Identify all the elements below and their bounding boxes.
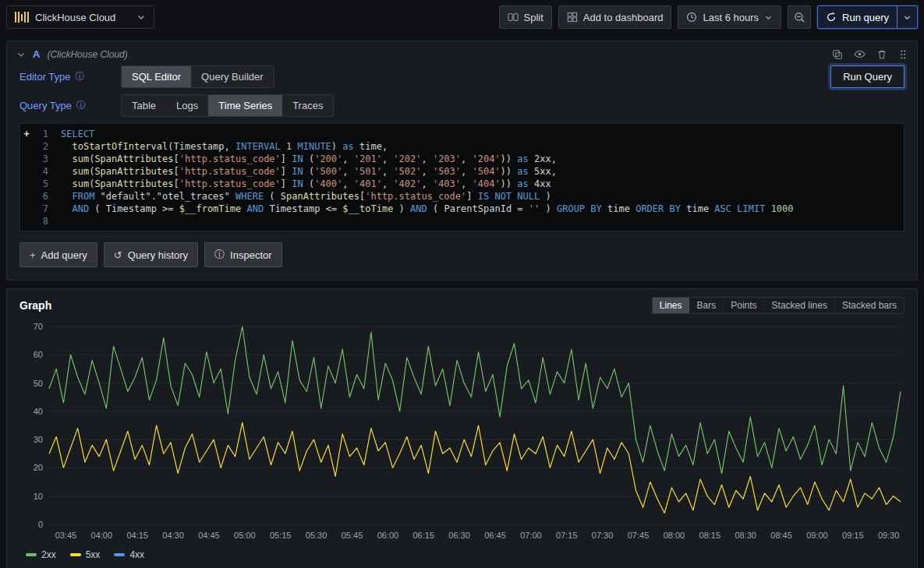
graph-panel: Graph Lines Bars Points Stacked lines St…: [6, 288, 918, 568]
svg-text:04:00: 04:00: [91, 531, 113, 540]
svg-text:05:30: 05:30: [306, 531, 327, 540]
code-line[interactable]: 2 toStartOfInterval(Timestamp, INTERVAL …: [20, 140, 904, 153]
run-query-label: Run query: [842, 12, 889, 23]
run-query-button[interactable]: Run query: [818, 6, 897, 28]
refresh-icon: [826, 12, 837, 23]
add-to-dashboard-button[interactable]: Add to dashboard: [558, 5, 672, 29]
code-line[interactable]: 6 FROM "default"."otel_traces" WHERE ( S…: [20, 190, 904, 203]
duplicate-query-button[interactable]: [832, 49, 843, 60]
drag-handle-icon: [898, 49, 908, 60]
split-button[interactable]: Split: [499, 5, 552, 29]
chart-legend: 2xx 5xx 4xx: [19, 548, 905, 562]
query-type-tab-traces[interactable]: Traces: [282, 95, 333, 116]
draw-mode-points[interactable]: Points: [723, 298, 763, 313]
legend-item-5xx[interactable]: 5xx: [70, 549, 101, 560]
legend-label-2xx: 2xx: [41, 549, 56, 560]
add-query-label: Add query: [41, 249, 87, 261]
legend-swatch-4xx: [114, 553, 125, 556]
drag-query-handle[interactable]: [898, 49, 908, 60]
editor-type-row: Editor Type ⓘ SQL Editor Query Builder R…: [7, 65, 917, 88]
run-query-button-group: Run query: [817, 5, 918, 29]
history-icon: ↺: [114, 249, 122, 261]
legend-item-4xx[interactable]: 4xx: [114, 549, 144, 560]
svg-text:50: 50: [34, 379, 43, 388]
svg-text:20: 20: [34, 463, 43, 472]
time-range-picker[interactable]: Last 6 hours: [678, 5, 781, 29]
code-line[interactable]: 3 sum(SpanAttributes['http.status_code']…: [20, 153, 904, 165]
editor-type-label-group: Editor Type ⓘ: [19, 70, 121, 83]
collapse-query-button[interactable]: [16, 50, 26, 59]
svg-text:08:45: 08:45: [770, 531, 792, 540]
code-line[interactable]: 4 sum(SpanAttributes['http.status_code']…: [20, 165, 904, 178]
query-type-tab-table[interactable]: Table: [122, 95, 166, 116]
svg-text:70: 70: [34, 322, 43, 331]
code-line[interactable]: 5 sum(SpanAttributes['http.status_code']…: [20, 178, 904, 190]
sql-editor[interactable]: +1SELECT2 toStartOfInterval(Timestamp, I…: [19, 123, 905, 231]
query-type-tab-logs[interactable]: Logs: [166, 95, 208, 116]
query-history-label: Query history: [128, 249, 188, 261]
info-icon[interactable]: ⓘ: [76, 99, 86, 112]
query-editor-panel: A (ClickHouse Cloud): [6, 41, 918, 280]
svg-text:09:15: 09:15: [842, 531, 864, 540]
editor-type-label: Editor Type: [19, 71, 71, 83]
zoom-out-icon: [794, 12, 805, 23]
code-line[interactable]: +1SELECT: [20, 128, 904, 140]
explore-content: A (ClickHouse Cloud): [0, 34, 924, 568]
draw-mode-lines[interactable]: Lines: [653, 298, 689, 313]
svg-text:06:30: 06:30: [448, 531, 470, 540]
toggle-query-visibility-button[interactable]: [854, 48, 866, 60]
toolbar-right-group: Split Add to dashboard Last 6 hours: [499, 5, 918, 29]
panel-run-query-button[interactable]: Run Query: [830, 65, 905, 88]
query-header-actions: [832, 48, 908, 60]
draw-mode-stacked-lines[interactable]: Stacked lines: [764, 298, 834, 313]
query-ref-id: A: [33, 48, 40, 60]
chevron-down-icon: [764, 13, 773, 22]
info-icon: ⓘ: [214, 248, 225, 262]
datasource-name: ClickHouse Cloud: [35, 12, 115, 23]
inspector-label: Inspector: [230, 249, 271, 261]
dashboard-grid-icon: [567, 12, 578, 23]
add-query-button[interactable]: + Add query: [19, 242, 97, 267]
query-datasource-hint: (ClickHouse Cloud): [47, 49, 127, 60]
svg-text:07:00: 07:00: [520, 531, 542, 540]
editor-type-option-query-builder[interactable]: Query Builder: [191, 66, 273, 87]
time-series-chart[interactable]: 01020304050607003:4504:0004:1504:3004:45…: [19, 320, 906, 548]
graph-title: Graph: [19, 299, 51, 312]
svg-text:08:15: 08:15: [699, 531, 721, 540]
copy-icon: [832, 49, 843, 60]
draw-mode-stacked-bars[interactable]: Stacked bars: [834, 298, 904, 313]
chevron-down-icon: [903, 13, 912, 22]
info-icon[interactable]: ⓘ: [76, 70, 85, 83]
svg-text:04:30: 04:30: [162, 531, 184, 540]
query-type-tabs: Table Logs Time Series Traces: [121, 94, 334, 117]
datasource-picker[interactable]: ClickHouse Cloud: [6, 5, 154, 29]
code-line[interactable]: 8: [20, 215, 904, 228]
time-range-label: Last 6 hours: [703, 12, 759, 23]
clock-icon: [686, 12, 697, 23]
delete-query-button[interactable]: [876, 49, 887, 60]
inspector-button[interactable]: ⓘ Inspector: [204, 242, 281, 267]
svg-text:06:00: 06:00: [377, 531, 399, 540]
query-history-button[interactable]: ↺ Query history: [104, 242, 198, 267]
clickhouse-logo-icon: [15, 12, 29, 23]
legend-swatch-5xx: [70, 553, 81, 556]
run-query-dropdown[interactable]: [897, 6, 917, 28]
code-line[interactable]: 7 AND ( Timestamp >= $__fromTime AND Tim…: [20, 203, 904, 215]
svg-text:03:45: 03:45: [55, 531, 77, 540]
svg-text:10: 10: [34, 492, 43, 501]
chevron-down-icon: [16, 50, 26, 59]
svg-text:06:45: 06:45: [484, 531, 506, 540]
legend-item-2xx[interactable]: 2xx: [26, 549, 56, 560]
svg-text:60: 60: [34, 350, 43, 359]
draw-mode-bars[interactable]: Bars: [689, 298, 724, 313]
split-icon: [508, 12, 519, 23]
editor-type-option-sql-editor[interactable]: SQL Editor: [122, 66, 191, 87]
svg-text:05:00: 05:00: [234, 531, 256, 540]
svg-text:07:15: 07:15: [556, 531, 578, 540]
svg-text:07:45: 07:45: [628, 531, 650, 540]
svg-text:04:45: 04:45: [198, 531, 220, 540]
svg-text:06:15: 06:15: [412, 531, 434, 540]
add-to-dashboard-label: Add to dashboard: [583, 12, 664, 23]
query-type-tab-time-series[interactable]: Time Series: [208, 95, 282, 116]
zoom-out-button[interactable]: [788, 5, 811, 29]
